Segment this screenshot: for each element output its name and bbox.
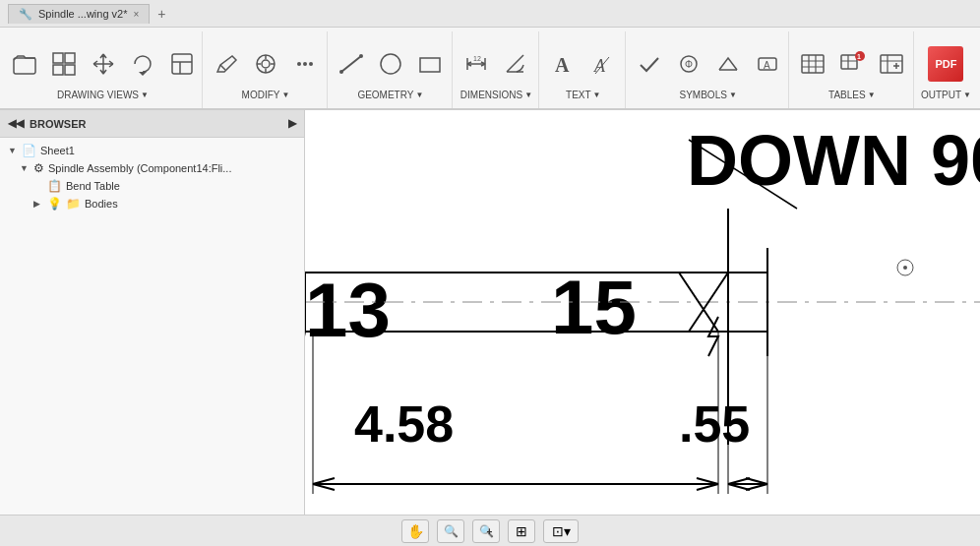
toolbar-group-text: A A TEXT ▼ bbox=[541, 31, 626, 108]
drawing-views-folder-icon[interactable] bbox=[7, 46, 42, 82]
browser-collapse-left[interactable]: ◀◀ bbox=[8, 117, 24, 130]
geometry-line-icon[interactable] bbox=[334, 46, 369, 82]
svg-rect-1 bbox=[53, 53, 63, 63]
svg-point-44 bbox=[903, 266, 907, 270]
text-b-icon[interactable]: A bbox=[585, 46, 621, 82]
tab-icon: 🔧 bbox=[19, 8, 32, 21]
browser-item-bodies[interactable]: ▶ 💡 📁 Bodies bbox=[0, 195, 304, 212]
pan-icon: ✋ bbox=[407, 523, 424, 539]
add-tab-button[interactable]: + bbox=[152, 6, 171, 22]
browser-collapse-right[interactable]: ▶ bbox=[288, 117, 296, 130]
drawing-views-move-icon[interactable] bbox=[86, 46, 121, 82]
dimensions-icons: 12 bbox=[459, 35, 533, 88]
tables-label: TABLES ▼ bbox=[828, 90, 876, 104]
statusbar: ✋ 🔍 🔍+ ⊞ ⊡▾ bbox=[0, 515, 980, 546]
output-label: OUTPUT ▼ bbox=[921, 90, 971, 104]
svg-text:1: 1 bbox=[857, 53, 861, 60]
symbols-dropdown-arrow[interactable]: ▼ bbox=[729, 91, 737, 99]
svg-point-9 bbox=[303, 62, 307, 66]
text-dropdown-arrow[interactable]: ▼ bbox=[593, 91, 601, 99]
view-options-icon: ⊡▾ bbox=[552, 523, 571, 539]
geometry-circle-icon[interactable] bbox=[373, 46, 408, 82]
tab-close-button[interactable]: × bbox=[134, 9, 140, 20]
geometry-rect-icon[interactable] bbox=[412, 46, 448, 82]
svg-rect-2 bbox=[65, 53, 75, 63]
svg-rect-3 bbox=[53, 65, 63, 75]
dimensions-label: DIMENSIONS ▼ bbox=[460, 90, 532, 104]
bend-table-label: Bend Table bbox=[66, 180, 120, 192]
drawing-canvas[interactable]: DOWN 90 13 15 4.58 .55 bbox=[305, 110, 980, 515]
spindle-label: Spindle Assembly (Component14:Fli... bbox=[48, 162, 231, 174]
dimensions-angular-icon[interactable] bbox=[498, 46, 533, 82]
fit-button[interactable]: ⊞ bbox=[508, 519, 535, 543]
browser-title: BROWSER bbox=[30, 118, 86, 130]
geometry-icons bbox=[334, 35, 448, 88]
main-area: ◀◀ BROWSER ▶ ▼ 📄 Sheet1 ▼ ⚙ Spindle Asse… bbox=[0, 110, 980, 515]
symbols-gdt-icon[interactable]: Φ bbox=[671, 46, 706, 82]
sheet1-expand-arrow: ▼ bbox=[8, 146, 18, 155]
toolbar-group-geometry: GEOMETRY ▼ bbox=[330, 31, 453, 108]
toolbar: DRAWING VIEWS ▼ MODIFY ▼ bbox=[0, 28, 980, 110]
svg-text:A: A bbox=[555, 54, 570, 76]
symbols-datum-icon[interactable]: A bbox=[750, 46, 785, 82]
drawing-views-icons bbox=[7, 35, 200, 88]
drawing-views-label: DRAWING VIEWS ▼ bbox=[57, 90, 149, 104]
tables-dropdown-arrow[interactable]: ▼ bbox=[868, 91, 876, 99]
browser-item-bend-table[interactable]: 📋 Bend Table bbox=[0, 177, 304, 195]
browser-item-spindle-assembly[interactable]: ▼ ⚙ Spindle Assembly (Component14:Fli... bbox=[0, 159, 304, 177]
zoom-in-icon: 🔍+ bbox=[479, 524, 494, 538]
toolbar-group-drawing-views: DRAWING VIEWS ▼ bbox=[4, 31, 203, 108]
modify-dots-icon[interactable] bbox=[287, 46, 323, 82]
tables-main-icon[interactable] bbox=[795, 46, 830, 82]
drawing-views-dropdown-arrow[interactable]: ▼ bbox=[141, 91, 149, 99]
tables-extra-icon[interactable] bbox=[874, 46, 909, 82]
toolbar-group-tables: 1 TABLES ▼ bbox=[791, 31, 914, 108]
tables-badge-icon[interactable]: 1 bbox=[834, 46, 870, 82]
text-icons: A A bbox=[546, 35, 621, 88]
svg-point-10 bbox=[309, 62, 313, 66]
document-tab[interactable]: 🔧 Spindle ...wing v2* × bbox=[8, 4, 150, 24]
symbols-surface-icon[interactable] bbox=[710, 46, 746, 82]
svg-text:12: 12 bbox=[473, 55, 481, 62]
modify-target-icon[interactable] bbox=[248, 46, 283, 82]
svg-line-27 bbox=[689, 140, 797, 209]
browser-header: ◀◀ BROWSER ▶ bbox=[0, 110, 304, 138]
dimensions-dropdown-arrow[interactable]: ▼ bbox=[524, 91, 532, 99]
svg-rect-4 bbox=[65, 65, 75, 75]
symbols-check-icon[interactable] bbox=[632, 46, 667, 82]
modify-icons bbox=[209, 35, 323, 88]
toolbar-group-output: PDF OUTPUT ▼ bbox=[916, 31, 976, 108]
drawing-views-grid-icon[interactable] bbox=[46, 46, 82, 82]
output-dropdown-arrow[interactable]: ▼ bbox=[963, 91, 971, 99]
text-label: TEXT ▼ bbox=[566, 90, 600, 104]
svg-rect-26 bbox=[881, 55, 902, 73]
geometry-label: GEOMETRY ▼ bbox=[357, 90, 423, 104]
output-pdf-icon[interactable]: PDF bbox=[928, 46, 963, 82]
zoom-out-button[interactable]: 🔍 bbox=[437, 519, 464, 543]
svg-point-12 bbox=[359, 54, 363, 58]
zoom-in-button[interactable]: 🔍+ bbox=[472, 519, 500, 543]
view-options-button[interactable]: ⊡▾ bbox=[543, 519, 579, 543]
text-a-icon[interactable]: A bbox=[546, 46, 582, 82]
toolbar-group-symbols: Φ A SYMBOLS ▼ bbox=[628, 31, 788, 108]
modify-pencil-icon[interactable] bbox=[209, 46, 244, 82]
geometry-dropdown-arrow[interactable]: ▼ bbox=[415, 91, 423, 99]
drawing-views-rotate-icon[interactable] bbox=[125, 46, 160, 82]
svg-rect-5 bbox=[172, 54, 192, 74]
dimensions-linear-icon[interactable]: 12 bbox=[459, 46, 494, 82]
bodies-label: Bodies bbox=[85, 198, 118, 210]
modify-dropdown-arrow[interactable]: ▼ bbox=[281, 91, 289, 99]
spindle-icon: ⚙ bbox=[33, 161, 44, 175]
title-bar: 🔧 Spindle ...wing v2* × + bbox=[0, 0, 980, 28]
fit-icon: ⊞ bbox=[516, 523, 527, 539]
drawing-views-extra-icon[interactable] bbox=[164, 46, 200, 82]
zoom-out-icon: 🔍 bbox=[444, 524, 459, 538]
browser-item-sheet1[interactable]: ▼ 📄 Sheet1 bbox=[0, 142, 304, 159]
modify-label: MODIFY ▼ bbox=[242, 90, 290, 104]
bodies-folder-icon: 📁 bbox=[66, 197, 81, 211]
sheet1-icon: 📄 bbox=[22, 144, 36, 157]
sheet1-label: Sheet1 bbox=[40, 145, 75, 156]
pan-button[interactable]: ✋ bbox=[401, 519, 429, 543]
svg-rect-22 bbox=[802, 55, 824, 73]
browser-panel: ◀◀ BROWSER ▶ ▼ 📄 Sheet1 ▼ ⚙ Spindle Asse… bbox=[0, 110, 305, 515]
